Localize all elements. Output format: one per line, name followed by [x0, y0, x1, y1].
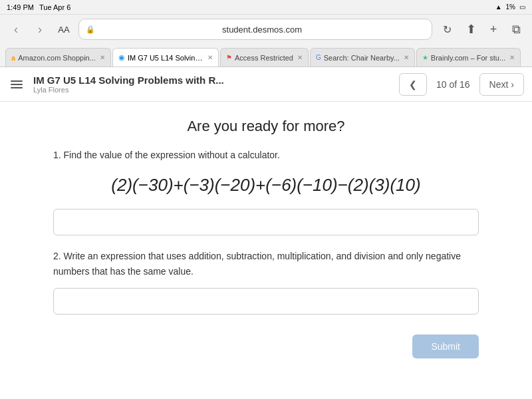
reader-mode-button[interactable]: AA [55, 20, 73, 39]
page-title-section: IM G7 U5 L14 Solving Problems with R... … [33, 74, 391, 94]
status-bar: 1:49 PM Tue Apr 6 ▲ 1% ▭ [0, 0, 532, 15]
tab-brainly-label: Brainly.com – For stu... [431, 54, 505, 62]
address-bar[interactable]: 🔒 student.desmos.com [78, 19, 432, 40]
tab-restricted-close[interactable]: ✕ [297, 54, 303, 61]
tab-search-label: Search: Chair Nearby... [324, 54, 400, 62]
page-header: IM G7 U5 L14 Solving Problems with R... … [0, 67, 532, 102]
search-favicon: G [316, 54, 321, 61]
new-tab-button[interactable]: + [484, 20, 503, 39]
prev-button[interactable]: ❮ [399, 73, 427, 96]
tab-desmos-close[interactable]: ✕ [207, 54, 213, 61]
prev-icon: ❮ [409, 79, 417, 90]
share-button[interactable]: ⬆ [462, 20, 480, 39]
hamburger-line-3 [11, 87, 23, 88]
math-expression: (2)(−30)+(−3)(−20)+(−6)(−10)−(2)(3)(10) [53, 173, 479, 197]
back-button[interactable]: ‹ [7, 20, 25, 39]
battery: 1% [506, 3, 515, 11]
tab-brainly-close[interactable]: ✕ [509, 54, 515, 61]
wifi-icon: ▲ [495, 3, 502, 11]
next-button[interactable]: Next › [479, 73, 524, 96]
browser-tabs: a Amazon.com Shoppin... ✕ ◉ IM G7 U5 L14… [0, 44, 532, 66]
next-label: Next [489, 79, 509, 90]
brainly-favicon: ★ [422, 54, 428, 61]
tab-restricted[interactable]: ⚑ Access Restricted ✕ [220, 48, 309, 66]
url-text: student.desmos.com [99, 25, 425, 35]
reload-button[interactable]: ↻ [438, 20, 456, 39]
page-title: IM G7 U5 L14 Solving Problems with R... [33, 74, 391, 86]
hamburger-line-1 [11, 80, 23, 82]
submit-row: Submit [53, 334, 479, 358]
tab-restricted-label: Access Restricted [235, 54, 293, 62]
forward-button[interactable]: › [31, 20, 49, 39]
tab-brainly[interactable]: ★ Brainly.com – For stu... ✕ [416, 48, 521, 66]
math-text: (2)(−30)+(−3)(−20)+(−6)(−10)−(2)(3)(10) [111, 175, 420, 195]
tab-search[interactable]: G Search: Chair Nearby... ✕ [310, 48, 415, 66]
section-heading: Are you ready for more? [53, 118, 479, 135]
amazon-favicon: a [11, 54, 15, 62]
page-subtitle: Lyla Flores [33, 86, 391, 94]
desmos-favicon: ◉ [118, 53, 125, 62]
date: Tue Apr 6 [39, 3, 70, 11]
answer1-input[interactable] [53, 209, 479, 235]
battery-icon: ▭ [519, 3, 525, 11]
hamburger-line-2 [11, 84, 23, 85]
main-content: Are you ready for more? 1. Find the valu… [0, 102, 532, 374]
restricted-favicon: ⚑ [226, 54, 232, 61]
submit-button[interactable]: Submit [412, 334, 479, 358]
time: 1:49 PM [7, 3, 34, 11]
tab-amazon-close[interactable]: ✕ [100, 54, 105, 61]
page-counter: 10 of 16 [431, 79, 475, 90]
browser-chrome: ‹ › AA 🔒 student.desmos.com ↻ ⬆ + ⧉ a Am… [0, 15, 532, 67]
tabs-overview-button[interactable]: ⧉ [507, 20, 525, 39]
question1-label: 1. Find the value of the expression with… [53, 148, 479, 162]
question2-label: 2. Write an expression that uses additio… [53, 249, 479, 279]
next-chevron: › [511, 79, 514, 90]
tab-desmos-label: IM G7 U5 L14 Solving... [128, 54, 203, 62]
tab-amazon-label: Amazon.com Shoppin... [18, 54, 96, 62]
browser-toolbar: ‹ › AA 🔒 student.desmos.com ↻ ⬆ + ⧉ [0, 15, 532, 44]
nav-controls: ❮ 10 of 16 Next › [399, 73, 524, 96]
lock-icon: 🔒 [86, 25, 95, 34]
tab-amazon[interactable]: a Amazon.com Shoppin... ✕ [5, 48, 111, 66]
toolbar-actions: ⬆ + ⧉ [462, 20, 525, 39]
reader-mode-label: AA [58, 25, 69, 35]
menu-button[interactable] [8, 78, 25, 91]
tab-search-close[interactable]: ✕ [404, 54, 409, 61]
tab-desmos[interactable]: ◉ IM G7 U5 L14 Solving... ✕ [112, 48, 219, 66]
answer2-input[interactable] [53, 288, 479, 315]
